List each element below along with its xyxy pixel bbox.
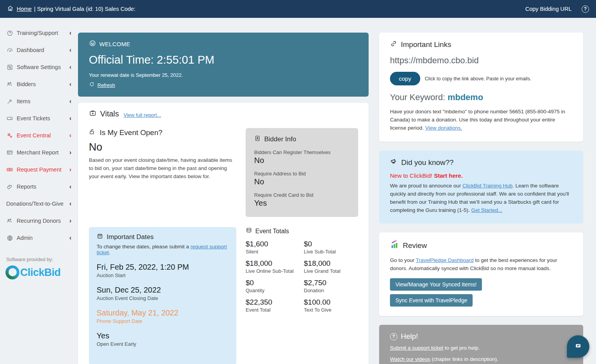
vitals-card: Vitals View full report... Is My Event O… bbox=[78, 103, 369, 364]
sidebar-item-training-support[interactable]: Training/Support ‹ bbox=[0, 26, 78, 40]
sidebar-item-label: Event Tickets bbox=[17, 115, 50, 121]
copy-bidding-url-button[interactable]: Copy Bidding URL bbox=[525, 6, 572, 12]
sidebar-item-items[interactable]: Items ‹ bbox=[0, 94, 78, 109]
sidebar-item-reports[interactable]: Reports ‹ bbox=[0, 179, 78, 194]
question-circle-icon bbox=[6, 29, 13, 36]
link-icon bbox=[390, 40, 397, 49]
chevron-left-icon: ‹ bbox=[69, 132, 71, 139]
help-icon[interactable]: ? bbox=[582, 5, 589, 13]
did-you-know-title: Did you know?? bbox=[401, 158, 454, 167]
total-value: $1,600 bbox=[246, 240, 300, 248]
coins-icon bbox=[246, 227, 252, 235]
event-open-answer: No bbox=[89, 141, 236, 153]
event-totals-title: Event Totals bbox=[255, 228, 289, 235]
copy-button[interactable]: copy bbox=[390, 72, 420, 85]
bidder-info-label: Require Credit Card to Bid bbox=[254, 192, 350, 198]
alert-prefix: New to ClickBid! bbox=[390, 172, 434, 179]
id-badge-icon bbox=[254, 135, 261, 144]
renewal-date-text: Your renewal date is September 25, 2022. bbox=[89, 72, 358, 78]
sidebar-item-label: Dashboard bbox=[17, 47, 44, 53]
help-line: Submit a support ticket to get pro help. bbox=[390, 344, 572, 352]
submit-support-ticket-link[interactable]: Submit a support ticket bbox=[390, 345, 443, 351]
date-value: Saturday, May 21, 2022 bbox=[97, 309, 229, 317]
users-icon bbox=[6, 217, 13, 224]
sidebar-item-event-tickets[interactable]: Event Tickets ‹ bbox=[0, 111, 78, 126]
chevron-left-icon: ‹ bbox=[69, 29, 71, 36]
date-value: Yes bbox=[97, 331, 229, 340]
home-link[interactable]: Home bbox=[17, 6, 32, 12]
credit-card-icon bbox=[6, 149, 13, 156]
help-card: ? Help! Submit a support ticket to get p… bbox=[379, 325, 583, 364]
total-value: $100.00 bbox=[304, 298, 358, 307]
event-title: | Spring Virtual Gala (id: 10) Sales Cod… bbox=[34, 6, 135, 12]
sidebar-item-label: Event Central bbox=[17, 132, 51, 139]
total-label: Event Total bbox=[246, 307, 300, 313]
total-entry: $1,600Silent bbox=[246, 240, 300, 255]
important-dates-panel: Important Dates To change these dates, p… bbox=[89, 227, 236, 364]
view-donations-link[interactable]: View donations. bbox=[425, 125, 462, 131]
sidebar-item-label: Items bbox=[17, 98, 30, 104]
new-to-clickbid-alert: New to ClickBid! Start here. bbox=[390, 172, 572, 179]
home-icon bbox=[7, 5, 14, 13]
watch-videos-link[interactable]: Watch our videos bbox=[390, 356, 430, 362]
copy-hint-text: Click to copy the link above. Paste in y… bbox=[425, 76, 531, 81]
chat-bubble-icon bbox=[573, 341, 583, 352]
date-block: Sun, Dec 25, 2022Auction Event Closing D… bbox=[97, 286, 229, 301]
total-entry: $100.00Text To Give bbox=[304, 298, 358, 313]
help-line-text: to get pro help. bbox=[443, 345, 480, 351]
sidebar-item-recurring-donors[interactable]: Recurring Donors › bbox=[0, 213, 78, 228]
globe-icon bbox=[6, 234, 13, 241]
sidebar-item-donations-text-to-give[interactable]: Donations/Text-to-Give ‹ bbox=[0, 196, 78, 211]
sidebar-item-merchant-report[interactable]: Merchant Report › bbox=[0, 145, 78, 160]
sidebar-item-event-central[interactable]: Event Central ‹ bbox=[0, 128, 78, 143]
ticket-icon bbox=[6, 115, 13, 122]
chat-button[interactable] bbox=[567, 335, 589, 358]
sidebar: Training/Support ‹ Dashboard ‹ Software … bbox=[0, 18, 78, 364]
date-label: Auction Event Closing Date bbox=[97, 295, 229, 301]
total-value: $22,350 bbox=[246, 298, 300, 307]
refresh-link[interactable]: Refresh bbox=[97, 82, 115, 88]
chevron-left-icon: ‹ bbox=[69, 47, 71, 54]
sidebar-item-software-settings[interactable]: Software Settings ‹ bbox=[0, 60, 78, 75]
review-body: Go to your TravelPledge Dashboard to get… bbox=[390, 257, 572, 273]
provided-by-label: Software provided by: bbox=[0, 248, 78, 265]
clickbid-logo: ClickBid bbox=[0, 265, 78, 280]
sidebar-item-bidders[interactable]: Bidders ‹ bbox=[0, 77, 78, 92]
sidebar-item-label: Merchant Report bbox=[17, 149, 59, 156]
sidebar-item-admin[interactable]: Admin ‹ bbox=[0, 231, 78, 245]
total-value: $0 bbox=[304, 240, 358, 248]
total-entry: $18,000Live Online Sub-Total bbox=[246, 259, 300, 274]
date-block-highlighted: Saturday, May 21, 2022Phone Support Date bbox=[97, 309, 229, 324]
chevron-left-icon: ‹ bbox=[69, 64, 71, 71]
travelpledge-dashboard-link[interactable]: TravelPledge Dashboard bbox=[416, 257, 474, 263]
sidebar-item-label: Bidders bbox=[17, 81, 36, 87]
training-hub-link[interactable]: ClickBid Training Hub bbox=[463, 183, 513, 189]
bidder-info-title: Bidder Info bbox=[264, 135, 296, 143]
sidebar-item-dashboard[interactable]: Dashboard ‹ bbox=[0, 43, 78, 57]
sidebar-item-label: Software Settings bbox=[17, 64, 61, 70]
total-entry: $22,350Event Total bbox=[246, 298, 300, 313]
event-open-description: Based on your event closing date/time, h… bbox=[89, 156, 232, 181]
total-label: Live Sub-Total bbox=[304, 249, 358, 255]
calendar-icon bbox=[97, 233, 103, 241]
chevron-left-icon: ‹ bbox=[69, 81, 71, 88]
keyword-description-text: Have your donors text "mbdemo" to phone … bbox=[390, 109, 565, 131]
chart-growth-icon bbox=[390, 240, 399, 251]
chevron-left-icon: ‹ bbox=[69, 183, 71, 190]
sidebar-item-label: Admin bbox=[17, 235, 33, 241]
clickbid-logo-text: ClickBid bbox=[20, 267, 61, 279]
help-line-text: (chapter links in description). bbox=[430, 356, 499, 362]
important-links-title: Important Links bbox=[401, 40, 451, 49]
keyword-value: mbdemo bbox=[447, 92, 483, 102]
money-bill-icon bbox=[6, 166, 13, 173]
total-value: $0 bbox=[246, 279, 300, 287]
view-full-report-link[interactable]: View full report... bbox=[124, 112, 161, 118]
gauge-icon bbox=[6, 47, 13, 54]
get-started-link[interactable]: Get Started... bbox=[471, 207, 502, 213]
sync-event-travelpledge-button[interactable]: Sync Event with TravelPledge bbox=[390, 294, 473, 307]
users-icon bbox=[6, 81, 13, 88]
view-manage-synced-items-button[interactable]: View/Manage Your Synced Items! bbox=[390, 278, 482, 291]
clickbid-logo-icon bbox=[5, 265, 19, 279]
sidebar-item-request-payment[interactable]: Request Payment › bbox=[0, 162, 78, 177]
keyword-line: Your Keyword: mbdemo bbox=[390, 92, 572, 102]
